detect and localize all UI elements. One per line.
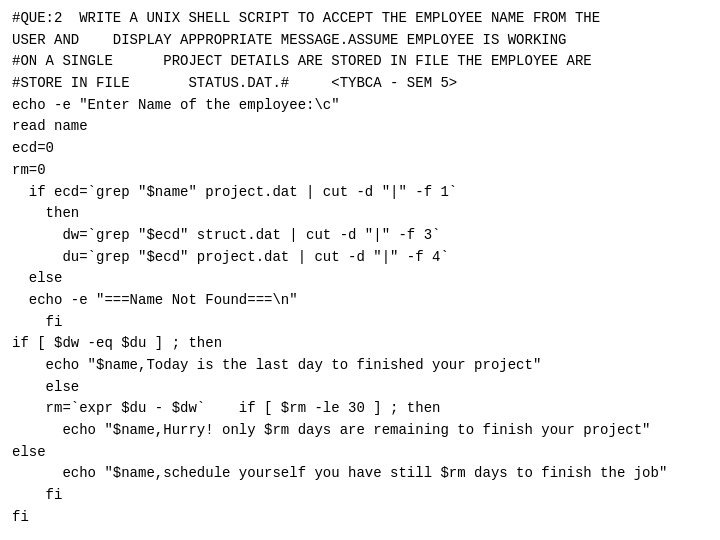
- code-line-1: USER AND DISPLAY APPROPRIATE MESSAGE.ASS…: [12, 30, 708, 52]
- code-line-4: echo -e "Enter Name of the employee:\c": [12, 95, 708, 117]
- code-display: #QUE:2 WRITE A UNIX SHELL SCRIPT TO ACCE…: [12, 8, 708, 529]
- code-line-23: fi: [12, 507, 708, 529]
- code-line-20: else: [12, 442, 708, 464]
- code-line-14: fi: [12, 312, 708, 334]
- code-line-0: #QUE:2 WRITE A UNIX SHELL SCRIPT TO ACCE…: [12, 8, 708, 30]
- code-line-18: rm=`expr $du - $dw` if [ $rm -le 30 ] ; …: [12, 398, 708, 420]
- code-line-12: else: [12, 268, 708, 290]
- code-line-15: if [ $dw -eq $du ] ; then: [12, 333, 708, 355]
- code-line-3: #STORE IN FILE STATUS.DAT.# <TYBCA - SEM…: [12, 73, 708, 95]
- code-line-16: echo "$name,Today is the last day to fin…: [12, 355, 708, 377]
- code-line-5: read name: [12, 116, 708, 138]
- code-line-9: then: [12, 203, 708, 225]
- code-line-2: #ON A SINGLE PROJECT DETAILS ARE STORED …: [12, 51, 708, 73]
- code-line-22: fi: [12, 485, 708, 507]
- code-line-17: else: [12, 377, 708, 399]
- code-line-6: ecd=0: [12, 138, 708, 160]
- code-line-7: rm=0: [12, 160, 708, 182]
- code-line-13: echo -e "===Name Not Found===\n": [12, 290, 708, 312]
- code-line-19: echo "$name,Hurry! only $rm days are rem…: [12, 420, 708, 442]
- code-line-8: if ecd=`grep "$name" project.dat | cut -…: [12, 182, 708, 204]
- code-line-11: du=`grep "$ecd" project.dat | cut -d "|"…: [12, 247, 708, 269]
- code-line-21: echo "$name,schedule yourself you have s…: [12, 463, 708, 485]
- code-line-10: dw=`grep "$ecd" struct.dat | cut -d "|" …: [12, 225, 708, 247]
